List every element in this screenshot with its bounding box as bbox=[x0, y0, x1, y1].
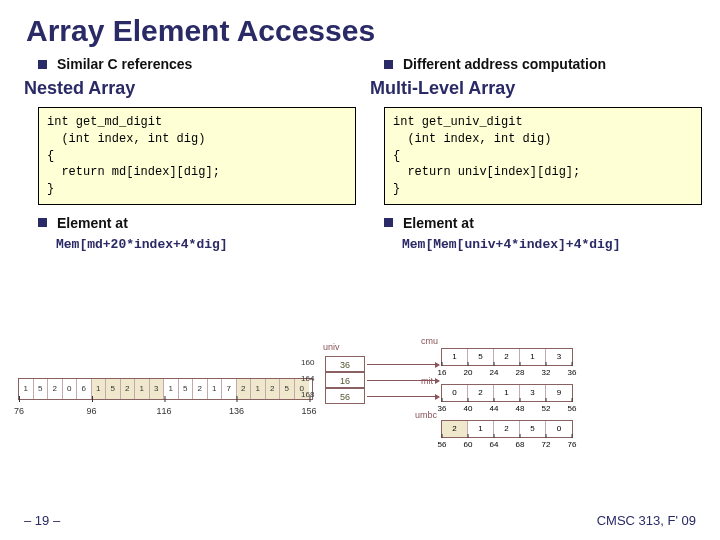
array-cell: 3 bbox=[546, 349, 572, 365]
tick-label: 96 bbox=[86, 406, 96, 416]
univ-label: univ bbox=[323, 342, 340, 352]
tick-label: 116 bbox=[156, 406, 171, 416]
left-bullet-text: Similar C references bbox=[57, 56, 192, 72]
tick-label: 16 bbox=[438, 368, 447, 377]
array-cell: 5 bbox=[34, 379, 49, 399]
array-cell: 5 bbox=[520, 421, 546, 437]
multilevel-diagram: univ 361601616456168 cmu 15213 162024283… bbox=[331, 340, 702, 424]
array-cell: 0 bbox=[63, 379, 78, 399]
tick-label: 64 bbox=[490, 440, 499, 449]
page-number: – 19 – bbox=[24, 513, 60, 528]
right-elem-bullet: Element at bbox=[384, 215, 702, 231]
left-elem-bullet: Element at bbox=[38, 215, 356, 231]
square-bullet-icon bbox=[38, 60, 47, 69]
right-column: Different address computation Multi-Leve… bbox=[384, 56, 702, 252]
array-cell: 2 bbox=[266, 379, 281, 399]
tick-label: 32 bbox=[542, 368, 551, 377]
right-code: int get_univ_digit (int index, int dig) … bbox=[384, 107, 702, 205]
diagrams: 15206152131521721250 7696116136156 univ … bbox=[18, 340, 702, 424]
array-cell: 2 bbox=[237, 379, 252, 399]
pointer-cell: 16 bbox=[325, 372, 365, 388]
array-cell: 2 bbox=[121, 379, 136, 399]
tick-label: 168 bbox=[301, 390, 314, 399]
array-cell: 5 bbox=[106, 379, 121, 399]
columns: Similar C references Nested Array int ge… bbox=[0, 48, 720, 252]
array-cell: 1 bbox=[19, 379, 34, 399]
array-cell: 5 bbox=[280, 379, 295, 399]
tick-label: 136 bbox=[229, 406, 244, 416]
array-cell: 2 bbox=[494, 421, 520, 437]
tick-label: 68 bbox=[516, 440, 525, 449]
tick-label: 76 bbox=[568, 440, 577, 449]
tick-label: 160 bbox=[301, 358, 314, 367]
array-cell: 1 bbox=[520, 349, 546, 365]
array-cell: 5 bbox=[179, 379, 194, 399]
array-cell: 2 bbox=[442, 421, 468, 437]
array-cell: 1 bbox=[468, 421, 494, 437]
cmu-band-wrap: 15213 162024283236 bbox=[441, 348, 573, 380]
left-elem-label: Element at bbox=[57, 215, 128, 231]
nested-ticks: 7696116136156 bbox=[18, 400, 313, 424]
array-cell: 5 bbox=[468, 349, 494, 365]
course-id: CMSC 313, F' 09 bbox=[597, 513, 696, 528]
univ-box: 361601616456168 bbox=[325, 356, 365, 404]
tick-label: 24 bbox=[490, 368, 499, 377]
mit-band-wrap: 02139 364044485256 bbox=[441, 384, 573, 416]
array-cell: 1 bbox=[164, 379, 179, 399]
tick-label: 44 bbox=[490, 404, 499, 413]
nested-band: 15206152131521721250 bbox=[18, 378, 313, 400]
tick-label: 60 bbox=[464, 440, 473, 449]
umbc-band: 21250 bbox=[441, 420, 573, 438]
umbc-label: umbc bbox=[415, 410, 437, 420]
tick-label: 36 bbox=[568, 368, 577, 377]
right-subhead: Multi-Level Array bbox=[370, 78, 702, 99]
mit-label: mit bbox=[421, 376, 433, 386]
cmu-label: cmu bbox=[421, 336, 438, 346]
tick-label: 36 bbox=[438, 404, 447, 413]
tick-label: 48 bbox=[516, 404, 525, 413]
array-cell: 1 bbox=[251, 379, 266, 399]
square-bullet-icon bbox=[384, 60, 393, 69]
array-cell: 2 bbox=[494, 349, 520, 365]
right-elem-expr: Mem[Mem[univ+4*index]+4*dig] bbox=[402, 237, 702, 252]
tick-label: 52 bbox=[542, 404, 551, 413]
left-subhead: Nested Array bbox=[24, 78, 356, 99]
array-cell: 6 bbox=[77, 379, 92, 399]
tick-label: 56 bbox=[438, 440, 447, 449]
array-cell: 1 bbox=[494, 385, 520, 401]
array-cell: 2 bbox=[193, 379, 208, 399]
cmu-band: 15213 bbox=[441, 348, 573, 366]
tick-label: 28 bbox=[516, 368, 525, 377]
square-bullet-icon bbox=[38, 218, 47, 227]
right-elem-label: Element at bbox=[403, 215, 474, 231]
umbc-ticks: 566064687276 bbox=[441, 438, 573, 452]
left-elem-expr: Mem[md+20*index+4*dig] bbox=[56, 237, 356, 252]
array-cell: 1 bbox=[442, 349, 468, 365]
array-cell: 0 bbox=[442, 385, 468, 401]
footer: – 19 – CMSC 313, F' 09 bbox=[24, 513, 696, 528]
array-cell: 1 bbox=[92, 379, 107, 399]
array-cell: 7 bbox=[222, 379, 237, 399]
tick-label: 76 bbox=[14, 406, 24, 416]
array-cell: 0 bbox=[546, 421, 572, 437]
tick-label: 20 bbox=[464, 368, 473, 377]
arrow-icon bbox=[367, 396, 439, 397]
left-code: int get_md_digit (int index, int dig) { … bbox=[38, 107, 356, 205]
right-bullet: Different address computation bbox=[384, 56, 702, 72]
pointer-cell: 56 bbox=[325, 388, 365, 404]
array-cell: 1 bbox=[135, 379, 150, 399]
array-cell: 3 bbox=[520, 385, 546, 401]
array-cell: 1 bbox=[208, 379, 223, 399]
mit-ticks: 364044485256 bbox=[441, 402, 573, 416]
nested-array-diagram: 15206152131521721250 7696116136156 bbox=[18, 340, 313, 424]
slide-title: Array Element Accesses bbox=[0, 0, 720, 48]
tick-label: 156 bbox=[301, 406, 316, 416]
tick-label: 56 bbox=[568, 404, 577, 413]
tick-label: 40 bbox=[464, 404, 473, 413]
pointer-cell: 36 bbox=[325, 356, 365, 372]
tick-label: 72 bbox=[542, 440, 551, 449]
array-cell: 2 bbox=[468, 385, 494, 401]
arrow-icon bbox=[367, 364, 439, 365]
left-bullet: Similar C references bbox=[38, 56, 356, 72]
tick-label: 164 bbox=[301, 374, 314, 383]
